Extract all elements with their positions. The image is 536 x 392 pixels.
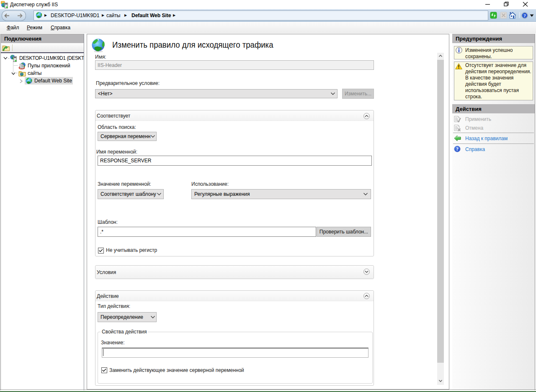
svg-text:?: ? [523, 13, 526, 18]
svg-text:?: ? [456, 146, 459, 152]
